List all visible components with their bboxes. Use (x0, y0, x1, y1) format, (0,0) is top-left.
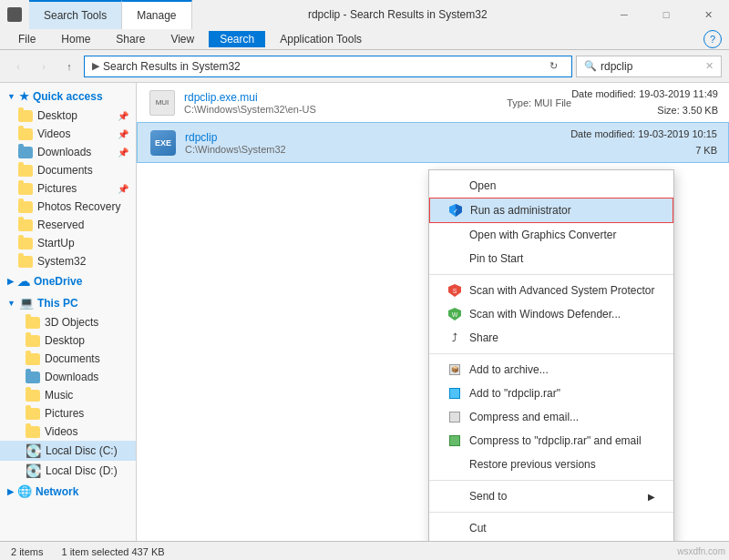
help-button[interactable]: ? (703, 30, 722, 48)
folder-blue-icon (26, 372, 40, 383)
folder-icon (18, 201, 33, 213)
sidebar-item-label: Documents (37, 164, 93, 177)
sidebar-item-downloads-pc[interactable]: Downloads (0, 368, 136, 386)
sidebar-item-pictures-pc[interactable]: Pictures (0, 404, 136, 423)
sidebar-item-startup[interactable]: StartUp (0, 234, 136, 252)
ctx-item-scan-advanced[interactable]: S Scan with Advanced System Protector (429, 279, 673, 302)
compress-rar-email-icon (447, 433, 462, 448)
ctx-label: Compress to "rdpclip.rar" and email (469, 434, 655, 447)
cloud-icon: ☁ (17, 274, 30, 289)
chevron-right-icon: ▶ (7, 487, 14, 496)
archive-icon: 📦 (447, 362, 462, 377)
file-info: rdpclip C:\Windows\System32 (185, 131, 552, 155)
ribbon-tab-share[interactable]: Share (105, 31, 156, 47)
sidebar-item-label: Music (45, 389, 73, 402)
folder-icon (18, 183, 33, 195)
sidebar-item-pictures-quick[interactable]: Pictures 📌 (0, 179, 136, 198)
sidebar-item-downloads-quick[interactable]: Downloads 📌 (0, 143, 136, 161)
sidebar-item-label: System32 (37, 255, 86, 268)
sidebar-item-desktop-pc[interactable]: Desktop (0, 331, 136, 350)
ctx-item-compress-email[interactable]: Compress and email... (429, 405, 673, 429)
clear-search-button[interactable]: ✕ (705, 60, 714, 72)
refresh-button[interactable]: ↻ (542, 56, 564, 77)
file-size: 7 KB (570, 143, 717, 159)
back-button[interactable]: ‹ (7, 56, 29, 77)
maximize-button[interactable]: □ (645, 0, 687, 29)
sidebar-item-reserved[interactable]: Reserved (0, 216, 136, 234)
ribbon-tab-file[interactable]: File (7, 31, 46, 47)
file-item-rdpclip[interactable]: EXE rdpclip C:\Windows\System32 Date mod… (137, 122, 729, 163)
sidebar-item-documents-pc[interactable]: Documents (0, 350, 136, 368)
ctx-item-run-as-admin[interactable]: ✓ Run as administrator (429, 198, 673, 223)
title-bar: Search Tools Manage rdpclip - Search Res… (0, 0, 729, 29)
ctx-item-send-to[interactable]: Send to ▶ (429, 484, 673, 508)
ribbon-tab-search[interactable]: Search (209, 31, 265, 47)
up-button[interactable]: ↑ (58, 56, 80, 77)
sidebar-item-3d-objects[interactable]: 3D Objects (0, 313, 136, 331)
ctx-item-open[interactable]: Open (429, 174, 673, 198)
watermark: wsxdfn.com (677, 546, 725, 556)
ctx-label: Cut (469, 522, 655, 535)
sidebar-item-label: Videos (37, 127, 70, 140)
drive-icon: 💽 (26, 443, 41, 458)
folder-icon (26, 353, 40, 365)
restore-icon (447, 457, 462, 472)
content-area: MUI rdpclip.exe.mui C:\Windows\System32\… (137, 83, 729, 541)
folder-icon (26, 390, 40, 402)
sidebar-item-label: 3D Objects (45, 316, 98, 329)
ctx-item-pin-start[interactable]: Pin to Start (429, 247, 673, 270)
file-icon: MUI (149, 90, 175, 116)
file-path: C:\Windows\System32 (185, 144, 552, 155)
ctx-label: Send to (469, 490, 641, 503)
ctx-item-restore-prev[interactable]: Restore previous versions (429, 453, 673, 476)
sidebar-section-this-pc[interactable]: ▼ 💻 This PC (0, 292, 136, 313)
open-icon (447, 178, 462, 193)
forward-button[interactable]: › (33, 56, 55, 77)
ctx-item-cut[interactable]: Cut (429, 516, 673, 540)
sidebar-item-videos-pc[interactable]: Videos (0, 423, 136, 441)
file-item-rdpclip-exe-mui[interactable]: MUI rdpclip.exe.mui C:\Windows\System32\… (137, 83, 729, 122)
sidebar-item-documents-quick[interactable]: Documents (0, 161, 136, 179)
tab-manage[interactable]: Manage (122, 0, 191, 29)
file-meta: Date modified: 19-03-2019 11:49 Size: 3.… (571, 87, 718, 118)
ctx-item-share[interactable]: ⤴ Share (429, 326, 673, 350)
minimize-button[interactable]: ─ (603, 0, 645, 29)
ribbon-tab-view[interactable]: View (159, 31, 205, 47)
sidebar-item-desktop-quick[interactable]: Desktop 📌 (0, 107, 136, 125)
star-icon: ★ (19, 90, 29, 103)
uac-shield-icon: ✓ (448, 203, 463, 218)
sidebar-item-label: Local Disc (D:) (46, 464, 118, 477)
sidebar-item-local-disc-c[interactable]: 💽 Local Disc (C:) (0, 441, 136, 461)
ctx-item-copy[interactable]: Copy (429, 540, 673, 541)
main-area: ▼ ★ Quick access Desktop 📌 Videos 📌 Down… (0, 83, 729, 541)
sidebar-section-network[interactable]: ▶ 🌐 Network (0, 481, 136, 502)
sidebar-item-videos-quick[interactable]: Videos 📌 (0, 125, 136, 143)
sidebar-item-label: Downloads (37, 146, 91, 158)
folder-icon (18, 219, 33, 231)
tab-search-tools[interactable]: Search Tools (29, 0, 122, 29)
ctx-item-compress-rar-email[interactable]: Compress to "rdpclip.rar" and email (429, 429, 673, 453)
ctx-item-add-rdpclip-rar[interactable]: Add to "rdpclip.rar" (429, 382, 673, 405)
folder-icon (18, 256, 33, 268)
status-bar: 2 items 1 item selected 437 KB (0, 541, 729, 560)
sidebar-item-local-disc-d[interactable]: 💽 Local Disc (D:) (0, 461, 136, 481)
sidebar-item-music-pc[interactable]: Music (0, 386, 136, 404)
ribbon-tab-home[interactable]: Home (50, 31, 101, 47)
sidebar-item-system32[interactable]: System32 (0, 252, 136, 270)
sidebar-item-label: Pictures (37, 182, 77, 195)
sidebar-item-photos-recovery[interactable]: Photos Recovery (0, 198, 136, 216)
context-menu: Open ✓ Run as administrator Open with Gr… (428, 169, 674, 541)
search-value: rdpclip (601, 60, 702, 73)
ribbon-tab-apptools[interactable]: Application Tools (269, 31, 373, 47)
ctx-item-add-archive[interactable]: 📦 Add to archive... (429, 358, 673, 382)
sendto-icon (447, 489, 462, 504)
window-title: rdpclip - Search Results in System32 (192, 8, 603, 21)
sidebar-this-pc-label: This PC (37, 297, 78, 310)
ctx-item-scan-defender[interactable]: W Scan with Windows Defender... (429, 302, 673, 326)
ctx-item-open-graphics[interactable]: Open with Graphics Converter (429, 223, 673, 247)
sidebar-section-quick-access[interactable]: ▼ ★ Quick access (0, 87, 136, 107)
sidebar-section-onedrive[interactable]: ▶ ☁ OneDrive (0, 270, 136, 292)
svg-text:S: S (453, 288, 457, 294)
file-type-text: MUI (156, 98, 169, 107)
close-button[interactable]: ✕ (687, 0, 729, 29)
